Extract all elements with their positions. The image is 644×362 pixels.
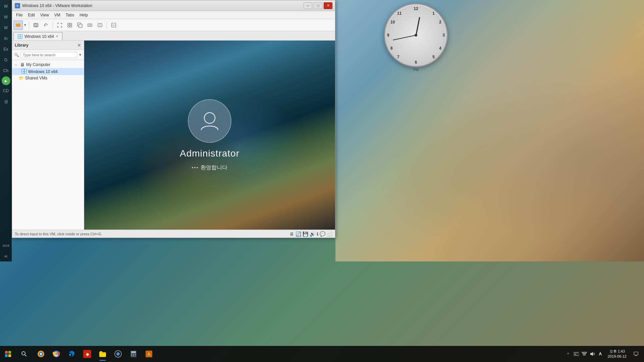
tab-close-button[interactable]: × bbox=[56, 35, 58, 38]
status-icon-network[interactable]: 🔄 bbox=[296, 231, 301, 237]
notification-center-button[interactable] bbox=[631, 346, 641, 362]
tree-expand-my-computer[interactable]: ─ bbox=[15, 63, 19, 67]
sidebar-app-8[interactable]: ▶ bbox=[2, 76, 10, 85]
toolbar-snapshot-button[interactable] bbox=[31, 20, 41, 30]
sidebar-app-5[interactable]: Ex bbox=[1, 44, 11, 54]
svg-point-6 bbox=[35, 24, 37, 26]
tree-item-my-computer[interactable]: ─ 🖥 My Computer bbox=[12, 61, 84, 68]
taskbar-calculator[interactable] bbox=[126, 347, 141, 361]
sidebar-app-2[interactable]: W bbox=[1, 12, 11, 22]
svg-rect-36 bbox=[8, 354, 11, 357]
status-icon-stretch[interactable]: ⬜ bbox=[327, 231, 332, 237]
svg-rect-68 bbox=[583, 355, 586, 355]
shared-icon: 📁 bbox=[19, 76, 24, 80]
dot-2 bbox=[194, 167, 196, 168]
menu-vm[interactable]: VM bbox=[52, 12, 63, 18]
clock-number-6: 6 bbox=[415, 60, 417, 65]
clock-number-9: 9 bbox=[387, 33, 389, 38]
menu-bar: File Edit View VM Tabs Help bbox=[12, 11, 335, 19]
maximize-button[interactable]: □ bbox=[314, 2, 322, 9]
toolbar: ▼ bbox=[12, 19, 335, 31]
svg-rect-14 bbox=[79, 24, 82, 27]
spinner-dots bbox=[192, 167, 198, 168]
svg-rect-10 bbox=[70, 23, 72, 25]
status-icon-usb[interactable]: 💾 bbox=[303, 231, 308, 237]
menu-help[interactable]: Help bbox=[77, 12, 91, 18]
tree-item-shared-vms[interactable]: 📁 Shared VMs bbox=[12, 75, 84, 81]
menu-edit[interactable]: Edit bbox=[25, 12, 38, 18]
status-icon-audio[interactable]: 🔊 bbox=[310, 231, 315, 237]
taskbar-start-button[interactable] bbox=[0, 346, 16, 362]
toolbar-revert-button[interactable] bbox=[41, 20, 51, 30]
library-close-button[interactable]: ✕ bbox=[77, 43, 81, 48]
tray-date-display: 2019-06-12 bbox=[608, 354, 627, 359]
library-search-input[interactable] bbox=[20, 52, 77, 58]
toolbar-fullscreen-button[interactable] bbox=[55, 20, 64, 30]
taskbar-file-explorer[interactable] bbox=[95, 347, 110, 361]
svg-rect-34 bbox=[8, 351, 11, 354]
svg-rect-29 bbox=[24, 69, 26, 71]
status-icon-info[interactable]: ℹ bbox=[317, 231, 318, 237]
taskbar-chrome[interactable] bbox=[49, 347, 64, 361]
svg-rect-61 bbox=[574, 353, 575, 353]
dot-1 bbox=[192, 167, 193, 168]
toolbar-auto-fit-button[interactable] bbox=[95, 20, 105, 30]
tray-network[interactable] bbox=[581, 351, 588, 357]
tray-clock[interactable]: 오후 1:43 2019-06-12 bbox=[605, 349, 629, 359]
clock-number-3: 3 bbox=[442, 33, 445, 38]
svg-rect-15 bbox=[88, 24, 92, 26]
taskbar-firefox[interactable] bbox=[34, 347, 48, 361]
tray-chevron[interactable]: ^ bbox=[565, 351, 572, 357]
svg-point-45 bbox=[55, 353, 57, 355]
win10-lockscreen[interactable]: Administrator 환영합니다 bbox=[84, 41, 335, 230]
menu-file[interactable]: File bbox=[13, 12, 25, 18]
svg-rect-66 bbox=[575, 354, 576, 355]
vm-viewport[interactable]: Administrator 환영합니다 bbox=[84, 41, 335, 230]
toolbar-unity-button[interactable] bbox=[65, 20, 74, 30]
tab-windows10[interactable]: Windows 10 x64 × bbox=[13, 32, 62, 40]
svg-rect-30 bbox=[22, 71, 24, 73]
system-tray: ^ bbox=[562, 346, 644, 362]
close-button[interactable]: ✕ bbox=[324, 2, 332, 9]
taskbar-app-extra[interactable]: A bbox=[142, 347, 156, 361]
library-header: Library ✕ bbox=[12, 41, 84, 50]
left-sidebar-apps: W W W In Ex G Ch ▶ CD 생 2019 배 bbox=[0, 0, 12, 261]
sidebar-app-4[interactable]: In bbox=[1, 34, 11, 44]
analog-clock-widget[interactable]: 12 3 6 9 1 11 2 10 4 8 5 7 PM bbox=[382, 3, 449, 77]
status-icon-message[interactable]: 💬 bbox=[320, 231, 325, 237]
sidebar-app-3[interactable]: W bbox=[1, 23, 11, 33]
taskbar-search-button[interactable] bbox=[16, 346, 32, 362]
tray-volume[interactable] bbox=[589, 351, 596, 357]
minimize-button[interactable]: ─ bbox=[304, 2, 312, 9]
menu-tabs[interactable]: Tabs bbox=[63, 12, 77, 18]
taskbar-red-app[interactable]: ◆ bbox=[80, 347, 95, 361]
tray-keyboard[interactable] bbox=[573, 351, 580, 357]
taskbar-edge[interactable] bbox=[64, 347, 79, 361]
menu-view[interactable]: View bbox=[38, 12, 52, 18]
sidebar-app-6[interactable]: G bbox=[1, 55, 11, 65]
tray-language[interactable]: A bbox=[597, 351, 604, 357]
sidebar-app-1[interactable]: W bbox=[1, 1, 11, 11]
svg-rect-35 bbox=[5, 354, 8, 357]
svg-rect-31 bbox=[24, 71, 26, 73]
sidebar-app-7[interactable]: Ch bbox=[1, 66, 11, 76]
svg-text:A: A bbox=[148, 352, 150, 357]
library-title: Library bbox=[15, 43, 29, 48]
toolbar-power-button[interactable] bbox=[13, 20, 23, 30]
status-icon-display[interactable]: 🖥 bbox=[289, 231, 294, 237]
sidebar-app-10[interactable]: 생 bbox=[1, 97, 11, 107]
toolbar-settings-button[interactable] bbox=[109, 20, 118, 30]
library-sidebar: Library ✕ 🔍 ▼ ─ 🖥 My Computer bbox=[12, 41, 84, 230]
tree-item-windows10-vm[interactable]: Windows 10 x64 bbox=[12, 68, 84, 75]
toolbar-window-button[interactable] bbox=[75, 20, 85, 30]
taskbar-cortana[interactable] bbox=[111, 347, 125, 361]
sidebar-app-9[interactable]: CD bbox=[1, 86, 11, 96]
taskbar-apps: ◆ bbox=[32, 347, 562, 361]
toolbar-resize-button[interactable] bbox=[85, 20, 95, 30]
status-icons: 🖥 🔄 💾 🔊 ℹ 💬 ⬜ bbox=[289, 231, 332, 237]
search-dropdown-button[interactable]: ▼ bbox=[78, 53, 82, 57]
toolbar-power-dropdown[interactable]: ▼ bbox=[13, 20, 27, 30]
search-icon: 🔍 bbox=[14, 53, 19, 57]
svg-marker-71 bbox=[590, 352, 593, 356]
svg-rect-67 bbox=[575, 355, 578, 355]
